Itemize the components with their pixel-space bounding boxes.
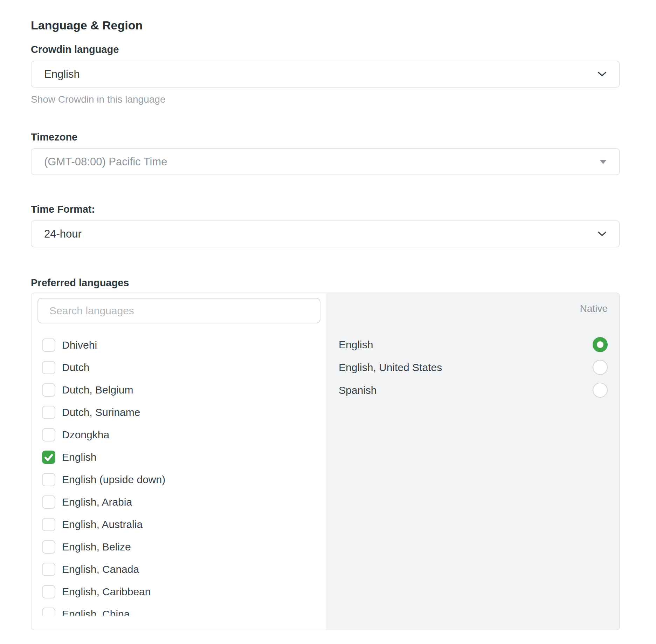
language-row-label: English, Arabia xyxy=(62,496,132,508)
timezone-label: Timezone xyxy=(31,131,620,143)
language-row-english-caribbean[interactable]: English, Caribbean xyxy=(42,581,320,603)
language-row-english-upside-down[interactable]: English (upside down) xyxy=(42,468,320,491)
radio-unselected-icon[interactable] xyxy=(593,360,608,375)
checkbox-unchecked-icon[interactable] xyxy=(42,585,55,598)
language-row-english-canada[interactable]: English, Canada xyxy=(42,558,320,581)
checkbox-unchecked-icon[interactable] xyxy=(42,473,55,486)
preferred-languages-panel: Dhivehi Dutch Dutch, Belgium Dutch, Suri… xyxy=(31,293,620,630)
checkbox-unchecked-icon[interactable] xyxy=(42,518,55,531)
time-format-label: Time Format: xyxy=(31,203,620,215)
language-row-label: Dutch, Suriname xyxy=(62,406,140,418)
language-row-label: English, Caribbean xyxy=(62,586,151,598)
timezone-select[interactable]: (GMT-08:00) Pacific Time xyxy=(31,148,620,175)
language-row-label: Dutch xyxy=(62,362,89,374)
language-checkbox-list[interactable]: Dhivehi Dutch Dutch, Belgium Dutch, Suri… xyxy=(42,334,320,616)
language-row-dutch[interactable]: Dutch xyxy=(42,356,320,379)
chevron-down-icon xyxy=(598,71,607,77)
native-option-english[interactable]: English xyxy=(339,333,608,356)
page-title: Language & Region xyxy=(31,18,620,33)
language-row-label: Dutch, Belgium xyxy=(62,384,133,396)
checkbox-unchecked-icon[interactable] xyxy=(42,383,55,397)
crowdin-language-select[interactable]: English xyxy=(31,61,620,88)
native-option-english-united-states[interactable]: English, United States xyxy=(339,356,608,379)
checkbox-unchecked-icon[interactable] xyxy=(42,608,55,616)
native-language-column: Native English English, United States Sp… xyxy=(326,293,619,630)
language-row-english-china[interactable]: English, China xyxy=(42,603,320,616)
checkbox-unchecked-icon[interactable] xyxy=(42,428,55,441)
checkbox-unchecked-icon[interactable] xyxy=(42,540,55,554)
language-row-label: English xyxy=(62,451,96,463)
time-format-select[interactable]: 24-hour xyxy=(31,220,620,247)
caret-down-icon xyxy=(600,160,607,164)
crowdin-language-value: English xyxy=(44,68,598,81)
crowdin-language-helper: Show Crowdin in this language xyxy=(31,94,620,105)
language-row-label: English (upside down) xyxy=(62,474,165,486)
crowdin-language-label: Crowdin language xyxy=(31,43,620,56)
language-row-label: English, Australia xyxy=(62,519,143,530)
language-row-label: English, Belize xyxy=(62,541,131,553)
preferred-languages-label: Preferred languages xyxy=(31,276,620,289)
language-row-label: Dzongkha xyxy=(62,429,109,441)
checkbox-unchecked-icon[interactable] xyxy=(42,406,55,419)
language-region-section: Language & Region Crowdin language Engli… xyxy=(31,0,620,630)
language-row-label: English, China xyxy=(62,608,130,616)
native-column-header: Native xyxy=(339,303,608,317)
radio-selected-icon[interactable] xyxy=(593,337,608,352)
search-languages-input[interactable] xyxy=(37,298,320,323)
native-option-spanish[interactable]: Spanish xyxy=(339,379,608,402)
timezone-value: (GMT-08:00) Pacific Time xyxy=(44,156,600,168)
language-search-column: Dhivehi Dutch Dutch, Belgium Dutch, Suri… xyxy=(32,293,326,630)
language-row-english[interactable]: English xyxy=(42,446,320,468)
language-row-english-belize[interactable]: English, Belize xyxy=(42,536,320,558)
language-row-dzongkha[interactable]: Dzongkha xyxy=(42,424,320,446)
native-option-label: English, United States xyxy=(339,362,442,374)
language-row-english-arabia[interactable]: English, Arabia xyxy=(42,491,320,513)
language-row-label: English, Canada xyxy=(62,563,139,575)
language-row-dhivehi[interactable]: Dhivehi xyxy=(42,334,320,356)
checkbox-unchecked-icon[interactable] xyxy=(42,361,55,374)
checkbox-checked-icon[interactable] xyxy=(42,451,55,464)
check-icon xyxy=(42,451,55,464)
language-row-label: Dhivehi xyxy=(62,339,97,351)
checkbox-unchecked-icon[interactable] xyxy=(42,495,55,509)
checkbox-unchecked-icon[interactable] xyxy=(42,563,55,576)
radio-unselected-icon[interactable] xyxy=(593,383,608,398)
checkbox-unchecked-icon[interactable] xyxy=(42,338,55,352)
settings-page: Language & Region Crowdin language Engli… xyxy=(0,0,656,644)
time-format-value: 24-hour xyxy=(44,228,598,240)
native-option-label: Spanish xyxy=(339,384,377,396)
native-option-label: English xyxy=(339,339,373,351)
language-row-english-australia[interactable]: English, Australia xyxy=(42,513,320,536)
chevron-down-icon xyxy=(598,231,607,237)
language-row-dutch-suriname[interactable]: Dutch, Suriname xyxy=(42,401,320,424)
language-row-dutch-belgium[interactable]: Dutch, Belgium xyxy=(42,379,320,401)
